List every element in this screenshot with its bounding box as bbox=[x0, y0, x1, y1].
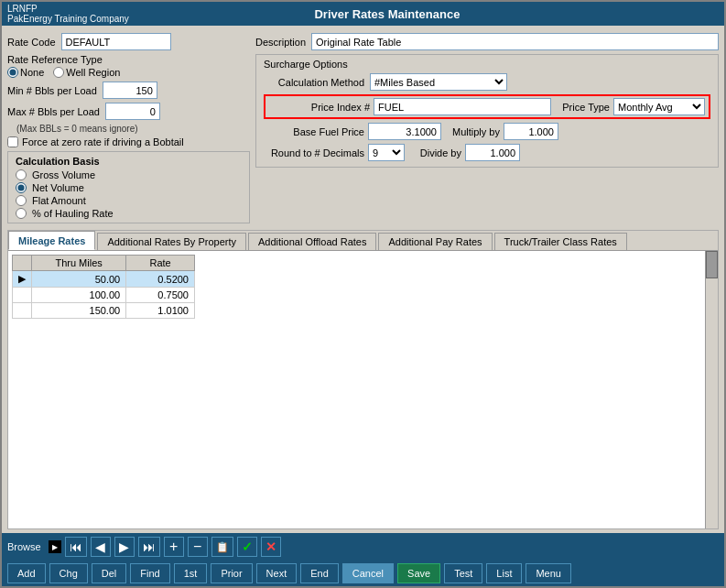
price-type-select[interactable]: Monthly Avg bbox=[613, 98, 705, 115]
left-panel: Rate Code Rate Reference Type None bbox=[7, 33, 250, 223]
right-scrollbar[interactable] bbox=[705, 251, 718, 528]
copy-toolbar-button[interactable]: 📋 bbox=[211, 537, 233, 557]
cancel-button[interactable]: Cancel bbox=[342, 563, 394, 583]
title-bar: LRNFP PakEnergy Training Company Driver … bbox=[2, 2, 724, 26]
next-button[interactable]: Next bbox=[256, 563, 298, 583]
radio-well-region[interactable]: Well Region bbox=[53, 67, 120, 78]
round-decimals-row: Round to # Decimals 9 Divide by bbox=[264, 144, 710, 161]
bottom-toolbar: Browse ▶ ⏮ ◀ ▶ ⏭ + − 📋 ✓ ✕ bbox=[2, 533, 724, 561]
radio-none[interactable]: None bbox=[7, 67, 44, 78]
last-record-button[interactable]: ⏭ bbox=[138, 537, 160, 557]
multiply-label: Multiply by bbox=[452, 126, 500, 137]
tab-additional-offload[interactable]: Additional Offload Rates bbox=[248, 233, 376, 250]
next-record-button[interactable]: ▶ bbox=[114, 537, 135, 557]
price-index-label: Price Index # bbox=[269, 102, 370, 113]
max-bbls-row: Max # Bbls per Load bbox=[7, 103, 250, 120]
max-bbls-input[interactable] bbox=[105, 103, 160, 120]
round-select[interactable]: 9 bbox=[368, 144, 405, 161]
miles-cell: 100.00 bbox=[32, 288, 126, 303]
col-indicator bbox=[13, 256, 32, 271]
description-label: Description bbox=[255, 37, 306, 48]
calc-method-label: Calculation Method bbox=[264, 77, 364, 88]
prior-button[interactable]: Prior bbox=[211, 563, 252, 583]
action-bar: Add Chg Del Find 1st Prior Next End Canc… bbox=[2, 561, 724, 586]
test-button[interactable]: Test bbox=[444, 563, 482, 583]
close-toolbar-button[interactable]: ✕ bbox=[261, 537, 281, 557]
calc-method-select[interactable]: #Miles Based bbox=[370, 73, 507, 91]
description-input[interactable] bbox=[311, 33, 719, 50]
max-bbls-note: (Max BBLs = 0 means ignore) bbox=[16, 124, 250, 134]
base-fuel-input[interactable] bbox=[368, 123, 441, 140]
min-bbls-input[interactable] bbox=[103, 82, 157, 99]
miles-cell: 50.00 bbox=[32, 271, 126, 288]
find-button[interactable]: Find bbox=[130, 563, 169, 583]
radio-net-volume[interactable]: Net Volume bbox=[16, 182, 242, 193]
rate-code-row: Rate Code bbox=[7, 33, 250, 50]
end-button[interactable]: End bbox=[300, 563, 339, 583]
table-row[interactable]: ▶ 50.00 0.5200 bbox=[13, 271, 195, 288]
price-type-label: Price Type bbox=[562, 102, 610, 113]
rate-code-label: Rate Code bbox=[7, 37, 56, 48]
force-zero-checkbox[interactable]: Force at zero rate if driving a Bobtail bbox=[7, 136, 250, 147]
calc-basis-box: Calculation Basis Gross Volume Net Volum… bbox=[7, 151, 250, 223]
divide-label: Divide by bbox=[416, 147, 461, 158]
max-bbls-label: Max # Bbls per Load bbox=[7, 106, 100, 117]
base-fuel-label: Base Fuel Price bbox=[264, 126, 364, 137]
radio-gross-volume[interactable]: Gross Volume bbox=[16, 169, 242, 180]
table-row[interactable]: 100.00 0.7500 bbox=[13, 288, 195, 303]
divide-input[interactable] bbox=[465, 144, 520, 161]
tab-truck-trailer[interactable]: Truck/Trailer Class Rates bbox=[494, 233, 627, 250]
page-title: Driver Rates Maintenance bbox=[129, 7, 645, 21]
radio-pct-hauling[interactable]: % of Hauling Rate bbox=[16, 208, 242, 219]
tabs-section: Mileage Rates Additional Rates By Proper… bbox=[7, 230, 719, 529]
row-indicator bbox=[13, 303, 32, 319]
add-button[interactable]: Add bbox=[7, 563, 46, 583]
min-bbls-row: Min # Bbls per Load bbox=[7, 82, 250, 99]
surcharge-options-box: Surcharge Options Calculation Method #Mi… bbox=[255, 54, 719, 168]
content-area: Rate Code Rate Reference Type None bbox=[2, 26, 724, 533]
save-button[interactable]: Save bbox=[397, 563, 440, 583]
tab-additional-by-property[interactable]: Additional Rates By Property bbox=[97, 233, 246, 250]
first-record-button[interactable]: ⏮ bbox=[65, 537, 87, 557]
first-button[interactable]: 1st bbox=[174, 563, 208, 583]
top-form-section: Rate Code Rate Reference Type None bbox=[7, 29, 719, 227]
rate-cell: 0.5200 bbox=[126, 271, 195, 288]
multiply-input[interactable] bbox=[504, 123, 558, 140]
company-name: PakEnergy Training Company bbox=[7, 14, 129, 24]
description-row: Description bbox=[255, 33, 719, 50]
round-label: Round to # Decimals bbox=[264, 147, 364, 158]
tab-content: Thru Miles Rate ▶ 50.00 0.5200 100.00 0.… bbox=[8, 251, 705, 528]
radio-flat-amount[interactable]: Flat Amount bbox=[16, 195, 242, 206]
tab-additional-pay[interactable]: Additional Pay Rates bbox=[378, 233, 492, 250]
menu-button[interactable]: Menu bbox=[526, 563, 571, 583]
chg-button[interactable]: Chg bbox=[49, 563, 88, 583]
surcharge-title: Surcharge Options bbox=[264, 59, 710, 70]
tab-mileage-rates[interactable]: Mileage Rates bbox=[8, 231, 95, 250]
tab-content-wrapper: Thru Miles Rate ▶ 50.00 0.5200 100.00 0.… bbox=[8, 251, 718, 528]
table-row[interactable]: 150.00 1.0100 bbox=[13, 303, 195, 319]
price-index-row: Price Index # Price Type Monthly Avg bbox=[264, 94, 710, 119]
calc-method-row: Calculation Method #Miles Based bbox=[264, 73, 710, 91]
rate-code-input[interactable] bbox=[61, 33, 171, 50]
del-button[interactable]: Del bbox=[92, 563, 127, 583]
rate-reference-label: Rate Reference Type bbox=[7, 54, 250, 65]
company-code: LRNFP bbox=[7, 4, 129, 14]
mileage-table: Thru Miles Rate ▶ 50.00 0.5200 100.00 0.… bbox=[12, 255, 195, 319]
browse-icon: ▶ bbox=[49, 540, 61, 553]
min-bbls-label: Min # Bbls per Load bbox=[7, 85, 97, 96]
check-toolbar-button[interactable]: ✓ bbox=[237, 537, 257, 557]
calc-basis-title: Calculation Basis bbox=[16, 156, 242, 167]
scrollbar-thumb[interactable] bbox=[706, 251, 718, 278]
remove-toolbar-button[interactable]: − bbox=[188, 537, 208, 557]
main-window: LRNFP PakEnergy Training Company Driver … bbox=[0, 0, 726, 588]
price-index-input[interactable] bbox=[374, 98, 551, 115]
rate-reference-radio-group: None Well Region bbox=[7, 67, 250, 78]
rate-cell: 0.7500 bbox=[126, 288, 195, 303]
browse-label: Browse bbox=[7, 541, 41, 552]
miles-cell: 150.00 bbox=[32, 303, 126, 319]
col-rate: Rate bbox=[126, 256, 195, 271]
prev-record-button[interactable]: ◀ bbox=[91, 537, 111, 557]
add-toolbar-button[interactable]: + bbox=[164, 537, 184, 557]
row-indicator: ▶ bbox=[13, 271, 32, 288]
list-button[interactable]: List bbox=[486, 563, 522, 583]
